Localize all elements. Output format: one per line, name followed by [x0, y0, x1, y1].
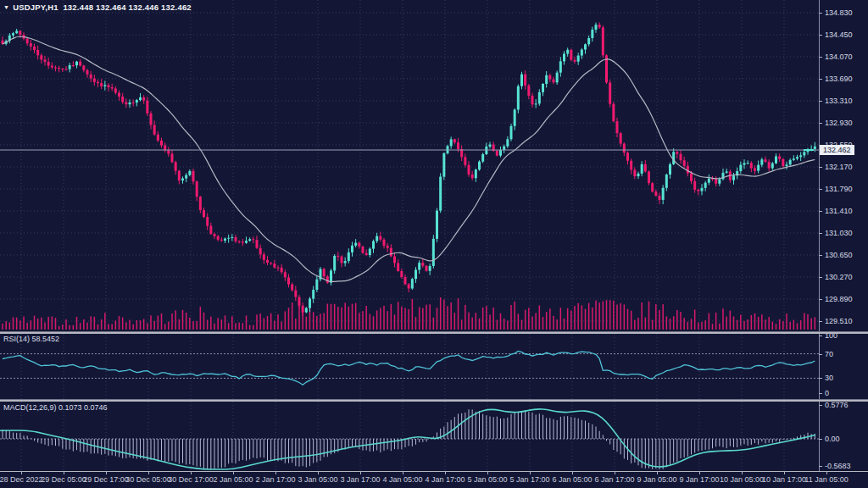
- axis-tick-mark: [819, 321, 822, 322]
- axis-tick-mark: [819, 167, 822, 168]
- time-tick-mark: [826, 471, 827, 474]
- candles-layer: [2, 22, 816, 316]
- time-label: 10 Jan 05:00: [720, 475, 764, 484]
- axis-tick-mark: [819, 354, 822, 355]
- axis-tick-mark: [819, 277, 822, 278]
- ohlc-readout: 132.448 132.464 132.446 132.462: [63, 3, 191, 12]
- price-tick-label: 133.310: [825, 97, 853, 105]
- time-label: 30 Dec 17:00: [168, 475, 214, 484]
- trading-chart-window: ▼USDJPY,H1 132.448 132.464 132.446 132.4…: [0, 0, 868, 488]
- price-tick-label: 129.510: [825, 317, 853, 325]
- time-axis-separator: [0, 471, 868, 472]
- axis-tick-mark: [819, 189, 822, 190]
- price-tick-label: 131.410: [825, 207, 853, 215]
- time-tick-mark: [275, 471, 276, 474]
- time-label: 29 Dec 05:00: [41, 475, 86, 484]
- price-tick-label: 131.790: [825, 185, 853, 193]
- time-tick-mark: [148, 471, 149, 474]
- rsi-line: [3, 352, 815, 385]
- symbol-timeframe-label: USDJPY,H1: [13, 3, 58, 12]
- price-tick-label: 131.030: [825, 229, 853, 237]
- price-tick-label: 129.890: [825, 295, 853, 303]
- price-tick-label: 70: [825, 350, 833, 358]
- time-tick-mark: [233, 471, 234, 474]
- price-tick-label: 134.830: [825, 8, 853, 17]
- price-tick-label: -0.5683: [825, 462, 851, 470]
- macd-indicator-label: MACD(12,26,9) 0.1073 0.0746: [3, 403, 108, 412]
- time-label: 2 Jan 05:00: [213, 475, 253, 484]
- price-tick-label: 132.930: [825, 119, 853, 127]
- price-tick-label: 130.270: [825, 273, 853, 281]
- axis-tick-mark: [819, 123, 822, 124]
- time-tick-mark: [403, 471, 403, 474]
- time-label: 3 Jan 17:00: [340, 475, 380, 484]
- time-label: 29 Dec 17:00: [83, 475, 129, 484]
- time-label: 2 Jan 17:00: [255, 475, 295, 484]
- time-tick-mark: [742, 471, 743, 474]
- time-label: 9 Jan 05:00: [637, 475, 676, 484]
- price-tick-label: 133.690: [825, 75, 853, 83]
- time-label: 11 Jan 05:00: [804, 475, 848, 484]
- time-label: 6 Jan 05:00: [552, 475, 592, 484]
- time-label: 5 Jan 05:00: [467, 475, 507, 484]
- axis-tick-mark: [819, 13, 822, 14]
- axis-tick-mark: [819, 101, 822, 102]
- price-tick-label: 134.450: [825, 30, 853, 39]
- time-tick-mark: [64, 471, 64, 474]
- rsi-panel-canvas[interactable]: [0, 334, 819, 399]
- time-tick-mark: [445, 471, 446, 474]
- chart-header: ▼USDJPY,H1 132.448 132.464 132.446 132.4…: [3, 3, 192, 12]
- time-tick-mark: [487, 471, 488, 474]
- price-tick-label: 134.070: [825, 53, 853, 61]
- axis-tick-mark: [819, 405, 822, 406]
- axis-tick-mark: [819, 35, 822, 36]
- time-tick-mark: [530, 471, 531, 474]
- time-tick-mark: [572, 471, 573, 474]
- current-price-value: 132.462: [823, 146, 851, 154]
- time-label: 3 Jan 05:00: [298, 475, 337, 484]
- macd-panel-canvas[interactable]: [0, 402, 819, 471]
- time-label: 10 Jan 17:00: [762, 475, 806, 484]
- main-chart-canvas[interactable]: [0, 0, 819, 332]
- axis-tick-mark: [819, 299, 822, 300]
- time-tick-mark: [106, 471, 107, 474]
- rsi-indicator-label: RSI(14) 58.5452: [3, 335, 59, 343]
- axis-tick-mark: [819, 233, 822, 234]
- time-tick-mark: [784, 471, 785, 474]
- axis-tick-mark: [819, 211, 822, 212]
- time-label: 9 Jan 17:00: [679, 475, 719, 484]
- time-label: 5 Jan 17:00: [509, 475, 549, 484]
- price-tick-label: 30: [825, 374, 833, 382]
- time-tick-mark: [615, 471, 615, 474]
- volume-histogram: [2, 297, 815, 330]
- price-tick-label: 0.5776: [825, 401, 849, 409]
- rsi-panel-resize-handle[interactable]: [0, 331, 868, 334]
- axis-tick-mark: [819, 255, 822, 256]
- price-tick-label: 0.00: [825, 435, 840, 443]
- time-tick-mark: [699, 471, 700, 474]
- macd-histogram: [3, 409, 815, 469]
- collapse-icon[interactable]: ▼: [3, 4, 9, 10]
- time-tick-mark: [21, 471, 22, 474]
- price-tick-label: 132.170: [825, 163, 853, 171]
- current-price-tag: 132.462: [820, 145, 854, 155]
- price-tick-label: 130.650: [825, 251, 853, 259]
- axis-tick-mark: [819, 393, 822, 394]
- time-tick-mark: [191, 471, 192, 474]
- time-label: 30 Dec 05:00: [125, 475, 171, 484]
- axis-tick-mark: [819, 336, 822, 336]
- time-tick-mark: [657, 471, 658, 474]
- time-label: 6 Jan 17:00: [594, 475, 634, 484]
- axis-tick-mark: [819, 466, 822, 467]
- macd-panel-resize-handle[interactable]: [0, 399, 868, 402]
- axis-tick-mark: [819, 439, 822, 440]
- moving-average-line: [3, 36, 815, 281]
- axis-tick-mark: [819, 57, 822, 58]
- time-label: 28 Dec 2022: [0, 475, 43, 484]
- time-tick-mark: [360, 471, 361, 474]
- time-label: 4 Jan 17:00: [425, 475, 465, 484]
- price-tick-label: 0: [825, 389, 829, 397]
- axis-tick-mark: [819, 79, 822, 80]
- axis-tick-mark: [819, 378, 822, 379]
- time-tick-mark: [318, 471, 319, 474]
